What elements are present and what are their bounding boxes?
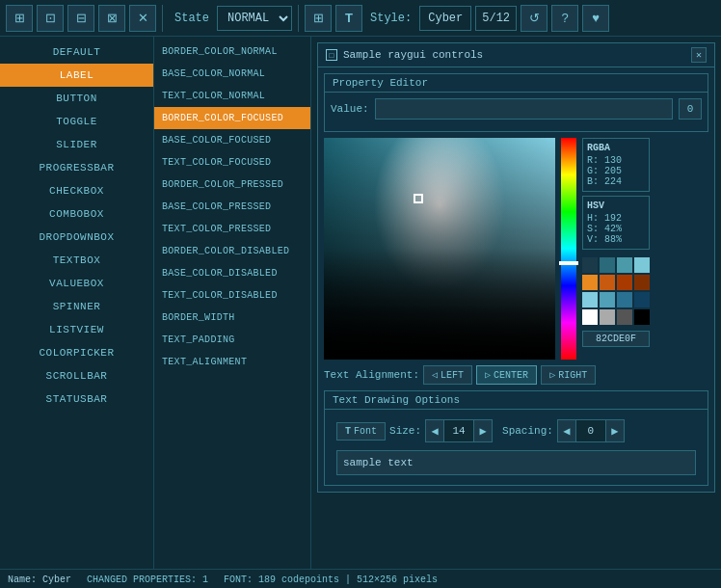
property-editor-content: Value: 0: [325, 93, 708, 131]
align-right-label: RIGHT: [558, 370, 587, 381]
spacing-value: 0: [576, 419, 605, 442]
help-icon-btn[interactable]: ?: [551, 5, 578, 32]
sidebar-item-default[interactable]: DEFAULT: [0, 40, 153, 64]
toolbar-sep-2: [298, 5, 299, 32]
prop-text-padding[interactable]: TEXT_PADDING: [154, 329, 310, 351]
swatch-4[interactable]: [634, 257, 650, 273]
left-sidebar: DEFAULT LABEL BUTTON TOGGLE SLIDER PROGR…: [0, 37, 154, 569]
color-gradient[interactable]: [324, 138, 555, 360]
sidebar-item-textbox[interactable]: TEXTBOX: [0, 249, 153, 272]
main-layout: DEFAULT LABEL BUTTON TOGGLE SLIDER PROGR…: [0, 37, 721, 569]
prop-text-color-normal[interactable]: TEXT_COLOR_NORMAL: [154, 85, 310, 107]
state-selector[interactable]: NORMAL: [217, 6, 292, 31]
prop-text-color-focused[interactable]: TEXT_COLOR_FOCUSED: [154, 151, 310, 174]
align-right-btn[interactable]: ▷ RIGHT: [541, 365, 596, 385]
hsv-title: HSV: [587, 200, 645, 211]
heart-icon-btn[interactable]: ♥: [582, 5, 609, 32]
size-value: 14: [444, 419, 473, 442]
sidebar-item-scrollbar[interactable]: SCROLLBAR: [0, 364, 153, 388]
swatch-11[interactable]: [617, 292, 632, 307]
swatch-9[interactable]: [582, 292, 598, 307]
prop-text-alignment[interactable]: TEXT_ALIGNMENT: [154, 351, 310, 373]
status-bar: Name: Cyber CHANGED PROPERTIES: 1 FONT: …: [0, 569, 721, 588]
sidebar-item-colorpicker[interactable]: COLORPICKER: [0, 341, 153, 364]
sidebar-item-statusbar[interactable]: STATUSBAR: [0, 388, 153, 411]
prop-base-color-disabled[interactable]: BASE_COLOR_DISABLED: [154, 262, 310, 284]
swatch-8[interactable]: [634, 275, 650, 290]
toolbar-btn-5[interactable]: ✕: [129, 5, 156, 32]
prop-border-color-pressed[interactable]: BORDER_COLOR_PRESSED: [154, 174, 310, 196]
sidebar-item-label[interactable]: LABEL: [0, 64, 153, 87]
sample-text-input[interactable]: [336, 450, 696, 475]
sidebar-item-checkbox[interactable]: CHECKBOX: [0, 179, 153, 202]
toolbar-btn-2[interactable]: ⊡: [37, 5, 64, 32]
prop-border-color-focused[interactable]: BORDER_COLOR_FOCUSED: [154, 107, 310, 129]
prop-base-color-normal[interactable]: BASE_COLOR_NORMAL: [154, 63, 310, 85]
size-decrement-btn[interactable]: ◀: [425, 419, 444, 442]
text-drawing-group: Text Drawing Options T Font Size: ◀ 14 ▶: [324, 390, 708, 486]
style-count: 5/12: [475, 6, 517, 31]
toolbar-btn-1[interactable]: ⊞: [6, 5, 33, 32]
toolbar-btn-4[interactable]: ⊠: [98, 5, 125, 32]
style-label: Style:: [370, 12, 412, 25]
prop-text-color-pressed[interactable]: TEXT_COLOR_PRESSED: [154, 218, 310, 240]
prop-border-color-normal[interactable]: BORDER_COLOR_NORMAL: [154, 40, 310, 63]
swatch-7[interactable]: [617, 275, 632, 290]
prop-base-color-focused[interactable]: BASE_COLOR_FOCUSED: [154, 129, 310, 151]
rgba-b: B: 224: [587, 176, 645, 187]
sidebar-item-valuebox[interactable]: VALUEBOX: [0, 272, 153, 295]
prop-border-width[interactable]: BORDER_WIDTH: [154, 307, 310, 329]
swatch-2[interactable]: [600, 257, 615, 273]
toolbar-btn-3[interactable]: ⊟: [67, 5, 94, 32]
swatch-16[interactable]: [634, 309, 650, 325]
text-drawing-content: T Font Size: ◀ 14 ▶ Spacing: ◀ 0: [325, 410, 708, 485]
hue-bar[interactable]: [561, 138, 576, 360]
swatch-12[interactable]: [634, 292, 650, 307]
window-icon: □: [326, 49, 337, 61]
toolbar-sep-1: [162, 5, 163, 32]
swatch-3[interactable]: [617, 257, 632, 273]
hsv-v: V: 88%: [587, 234, 645, 245]
rgba-r: R: 130: [587, 155, 645, 166]
spacing-decrement-btn[interactable]: ◀: [557, 419, 576, 442]
swatch-10[interactable]: [600, 292, 615, 307]
swatch-13[interactable]: [582, 309, 598, 325]
swatch-14[interactable]: [600, 309, 615, 325]
sidebar-item-button[interactable]: BUTTON: [0, 87, 153, 110]
rgba-g: G: 205: [587, 166, 645, 176]
color-hex[interactable]: 82CDE0F: [582, 331, 650, 347]
state-select[interactable]: NORMAL: [217, 6, 292, 31]
size-increment-btn[interactable]: ▶: [473, 419, 493, 442]
color-cursor: [414, 194, 423, 203]
align-left-btn[interactable]: ◁ LEFT: [423, 365, 472, 385]
swatch-15[interactable]: [617, 309, 632, 325]
text-icon-btn[interactable]: T: [335, 5, 362, 32]
sidebar-item-progressbar[interactable]: PROGRESSBAR: [0, 156, 153, 179]
swatch-5[interactable]: [582, 275, 598, 290]
prop-text-color-disabled[interactable]: TEXT_COLOR_DISABLED: [154, 284, 310, 307]
swatch-6[interactable]: [600, 275, 615, 290]
sidebar-item-slider[interactable]: SLIDER: [0, 133, 153, 156]
right-panel: □ Sample raygui controls ✕ Property Edit…: [311, 37, 721, 569]
sidebar-item-combobox[interactable]: COMBOBOX: [0, 202, 153, 226]
swatch-1[interactable]: [582, 257, 598, 273]
text-alignment-row: Text Alignment: ◁ LEFT ▷ CENTER ▷ RIGHT: [324, 365, 708, 385]
align-right-icon: ▷: [549, 369, 555, 381]
value-input[interactable]: [375, 98, 673, 120]
spacing-stepper: ◀ 0 ▶: [557, 419, 625, 442]
grid-icon-btn[interactable]: ⊞: [305, 5, 332, 32]
refresh-icon-btn[interactable]: ↺: [521, 5, 547, 32]
sidebar-item-toggle[interactable]: TOGGLE: [0, 110, 153, 133]
window-close-btn[interactable]: ✕: [691, 47, 707, 63]
value-ok-btn[interactable]: 0: [679, 98, 702, 120]
sidebar-item-listview[interactable]: LISTVIEW: [0, 318, 153, 341]
align-center-btn[interactable]: ▷ CENTER: [476, 365, 537, 385]
sidebar-item-spinner[interactable]: SPINNER: [0, 295, 153, 318]
prop-border-color-disabled[interactable]: BORDER_COLOR_DISABLED: [154, 240, 310, 262]
state-label: State: [174, 12, 209, 25]
font-btn[interactable]: T Font: [336, 422, 386, 441]
color-swatches: [582, 257, 650, 325]
sidebar-item-dropdownbox[interactable]: DROPDOWNBOX: [0, 226, 153, 249]
spacing-increment-btn[interactable]: ▶: [605, 419, 625, 442]
prop-base-color-pressed[interactable]: BASE_COLOR_PRESSED: [154, 196, 310, 218]
